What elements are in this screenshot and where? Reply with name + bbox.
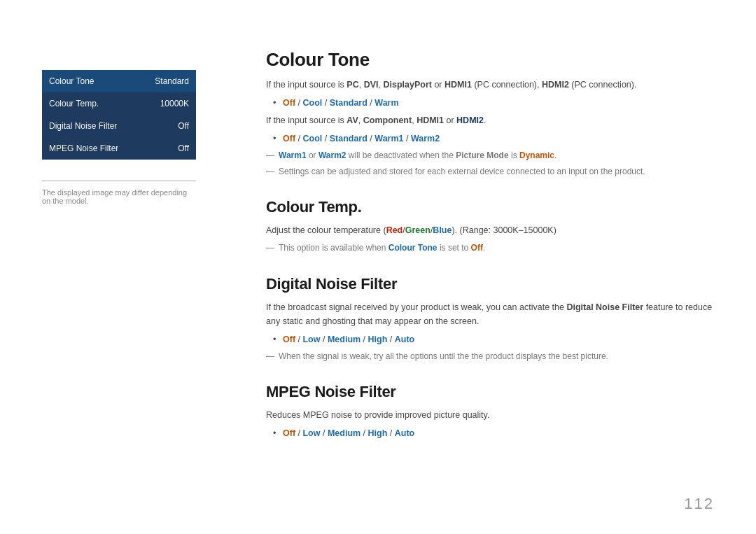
dash-colour-tone-off: This option is available when Colour Ton… — [266, 241, 714, 255]
menu-label-digital-noise: Digital Noise Filter — [49, 121, 117, 131]
colour-tone-av-list: Off / Cool / Standard / Warm1 / Warm2 — [273, 132, 714, 146]
bullet-mpeg-options: Off / Low / Medium / High / Auto — [273, 426, 714, 440]
colour-tone-title: Colour Tone — [266, 49, 714, 71]
menu-value-colour-temp: 10000K — [160, 99, 189, 108]
colour-tone-body: If the input source is PC, DVI, DisplayP… — [266, 78, 714, 178]
digital-noise-body: If the broadcast signal received by your… — [266, 300, 714, 363]
menu-item-colour-temp[interactable]: Colour Temp. 10000K — [42, 92, 196, 115]
mpeg-noise-title: MPEG Noise Filter — [266, 383, 714, 401]
menu-label-colour-tone: Colour Tone — [49, 76, 94, 86]
section-digital-noise: Digital Noise Filter If the broadcast si… — [266, 275, 714, 363]
section-colour-tone: Colour Tone If the input source is PC, D… — [266, 49, 714, 178]
menu-value-digital-noise: Off — [178, 121, 189, 131]
dash-settings-stored: Settings can be adjusted and stored for … — [266, 165, 714, 178]
bullet-pc-options: Off / Cool / Standard / Warm — [273, 96, 714, 110]
mpeg-noise-body: Reduces MPEG noise to provide improved p… — [266, 408, 714, 440]
colour-tone-av-intro: If the input source is AV, Component, HD… — [266, 113, 714, 127]
menu-item-digital-noise[interactable]: Digital Noise Filter Off — [42, 115, 196, 137]
page-number: 112 — [684, 495, 714, 513]
colour-tone-pc-intro: If the input source is PC, DVI, DisplayP… — [266, 78, 714, 92]
digital-noise-list: Off / Low / Medium / High / Auto — [273, 332, 714, 346]
menu-item-mpeg-noise[interactable]: MPEG Noise Filter Off — [42, 137, 196, 160]
colour-temp-range: Adjust the colour temperature (Red/Green… — [266, 223, 714, 237]
digital-noise-desc: If the broadcast signal received by your… — [266, 300, 714, 328]
main-content: Colour Tone If the input source is PC, D… — [238, 28, 756, 506]
menu-item-colour-tone[interactable]: Colour Tone Standard — [42, 70, 196, 92]
colour-temp-body: Adjust the colour temperature (Red/Green… — [266, 223, 714, 255]
menu-label-colour-temp: Colour Temp. — [49, 99, 99, 108]
menu-value-mpeg-noise: Off — [178, 143, 189, 153]
sidebar-divider — [42, 181, 196, 181]
colour-tone-pc-list: Off / Cool / Standard / Warm — [273, 96, 714, 110]
section-colour-temp: Colour Temp. Adjust the colour temperatu… — [266, 198, 714, 255]
mpeg-noise-desc: Reduces MPEG noise to provide improved p… — [266, 408, 714, 422]
menu-value-colour-tone: Standard — [155, 76, 189, 86]
dash-warm-deactivated: Warm1 or Warm2 will be deactivated when … — [266, 149, 714, 162]
colour-temp-title: Colour Temp. — [266, 198, 714, 216]
sidebar: Colour Tone Standard Colour Temp. 10000K… — [0, 28, 238, 506]
bullet-av-options: Off / Cool / Standard / Warm1 / Warm2 — [273, 132, 714, 146]
mpeg-noise-list: Off / Low / Medium / High / Auto — [273, 426, 714, 440]
digital-noise-title: Digital Noise Filter — [266, 275, 714, 293]
bullet-dnf-options: Off / Low / Medium / High / Auto — [273, 332, 714, 346]
sidebar-note: The displayed image may differ depending… — [42, 188, 196, 205]
dash-signal-weak: When the signal is weak, try all the opt… — [266, 350, 714, 363]
menu-label-mpeg-noise: MPEG Noise Filter — [49, 143, 118, 153]
section-mpeg-noise: MPEG Noise Filter Reduces MPEG noise to … — [266, 383, 714, 440]
menu-table: Colour Tone Standard Colour Temp. 10000K… — [42, 70, 196, 160]
